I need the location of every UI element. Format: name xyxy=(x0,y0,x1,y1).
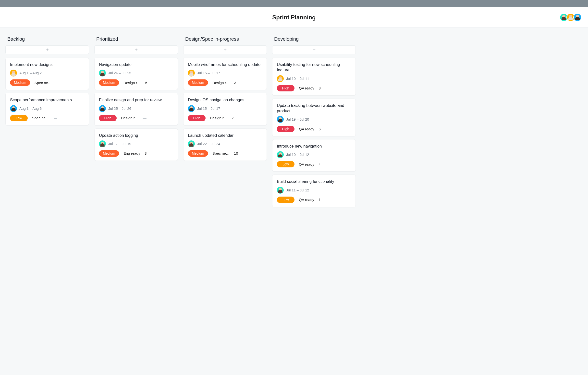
task-card[interactable]: Mobile wireframes for scheduling updateJ… xyxy=(183,58,267,90)
task-card[interactable]: Update tracking between website and prod… xyxy=(272,99,356,137)
add-card-button[interactable] xyxy=(272,45,356,54)
task-title: Introduce new navigation xyxy=(277,143,351,149)
task-card[interactable]: Implement new designsAug 1 – Aug 2Medium… xyxy=(5,58,89,90)
assignee-avatar[interactable] xyxy=(188,70,195,76)
priority-pill: Medium xyxy=(188,150,208,157)
task-title: Navigation update xyxy=(99,62,173,67)
task-title: Launch updated calendar xyxy=(188,133,262,138)
task-card[interactable]: Finalize design and prep for reviewJul 2… xyxy=(94,93,178,125)
task-meta: Jul 22 – Jul 24 xyxy=(188,140,262,147)
task-card[interactable]: Design iOS navigation changesJul 15 – Ju… xyxy=(183,93,267,125)
status-label: Design r… xyxy=(210,116,227,120)
status-label: Design r… xyxy=(123,81,141,85)
priority-pill: Low xyxy=(10,115,28,121)
status-label: QA ready xyxy=(299,86,314,90)
task-footer: LowQA ready1 xyxy=(277,197,351,203)
plus-icon xyxy=(312,48,316,52)
page-title: Sprint Planning xyxy=(272,14,316,21)
assignee-avatar[interactable] xyxy=(99,70,106,76)
task-meta: Jul 17 – Jul 19 xyxy=(99,140,173,147)
assignee-avatar[interactable] xyxy=(277,116,284,123)
column-title: Backlog xyxy=(4,36,90,42)
collaborator-avatar[interactable] xyxy=(573,13,582,22)
task-meta: Jul 10 – Jul 11 xyxy=(277,75,351,82)
task-card[interactable]: Build social sharing functionalityJul 11… xyxy=(272,175,356,207)
subtask-count: 6 xyxy=(319,127,321,131)
column-title: Prioritized xyxy=(93,36,179,42)
assignee-avatar[interactable] xyxy=(99,105,106,112)
task-dates: Aug 1 – Aug 2 xyxy=(19,71,42,75)
assignee-avatar[interactable] xyxy=(99,140,106,147)
task-footer: LowQA ready4 xyxy=(277,161,351,167)
assignee-avatar[interactable] xyxy=(277,75,284,82)
task-title: Finalize design and prep for review xyxy=(99,97,173,102)
status-label: QA ready xyxy=(299,198,314,202)
task-footer: MediumDesign r…5 xyxy=(99,79,173,86)
task-card[interactable]: Navigation updateJul 24 – Jul 25MediumDe… xyxy=(94,58,178,90)
task-footer: LowSpec ne…— xyxy=(10,115,84,121)
subtask-count: 4 xyxy=(319,162,321,166)
assignee-avatar[interactable] xyxy=(277,151,284,158)
subtask-count: 7 xyxy=(232,116,234,120)
priority-pill: Low xyxy=(277,161,294,167)
subtask-count: 5 xyxy=(145,81,147,85)
task-footer: HighDesign r…7 xyxy=(188,115,262,121)
task-dates: Jul 10 – Jul 11 xyxy=(286,77,309,81)
assignee-avatar[interactable] xyxy=(277,187,284,194)
task-footer: HighQA ready6 xyxy=(277,126,351,132)
task-meta: Jul 10 – Jul 12 xyxy=(277,151,351,158)
assignee-avatar[interactable] xyxy=(10,70,17,76)
subtask-count: 1 xyxy=(319,198,321,202)
task-meta: Jul 15 – Jul 17 xyxy=(188,70,262,76)
subtask-count: 10 xyxy=(234,151,238,155)
plus-icon xyxy=(223,48,227,52)
collaborator-avatars[interactable] xyxy=(561,13,582,22)
plus-icon xyxy=(134,48,138,52)
task-dates: Jul 25 – Jul 26 xyxy=(108,107,131,111)
priority-pill: Medium xyxy=(99,79,119,86)
column-title: Design/Spec in-progress xyxy=(182,36,268,42)
plus-icon xyxy=(45,48,49,52)
task-footer: MediumSpec ne…— xyxy=(10,79,84,86)
task-meta: Aug 1 – Aug 2 xyxy=(10,70,84,76)
priority-pill: Medium xyxy=(99,150,119,157)
status-label: QA ready xyxy=(299,127,314,131)
task-meta: Jul 25 – Jul 26 xyxy=(99,105,173,112)
subtask-count: — xyxy=(56,81,60,85)
card-list: Mobile wireframes for scheduling updateJ… xyxy=(182,58,268,161)
status-label: Eng ready xyxy=(123,151,140,155)
add-card-button[interactable] xyxy=(5,45,89,54)
task-title: Build social sharing functionality xyxy=(277,179,351,184)
card-list: Implement new designsAug 1 – Aug 2Medium… xyxy=(4,58,90,125)
task-dates: Jul 15 – Jul 17 xyxy=(197,71,220,75)
task-title: Update action logging xyxy=(99,133,173,138)
priority-pill: High xyxy=(188,115,206,121)
task-dates: Jul 15 – Jul 17 xyxy=(197,107,220,111)
subtask-count: 3 xyxy=(319,86,321,90)
task-card[interactable]: Usability testing for new scheduling fea… xyxy=(272,58,356,96)
assignee-avatar[interactable] xyxy=(188,105,195,112)
add-card-button[interactable] xyxy=(94,45,178,54)
task-meta: Jul 11 – Jul 12 xyxy=(277,187,351,194)
task-dates: Jul 11 – Jul 12 xyxy=(286,188,309,192)
task-title: Update tracking between website and prod… xyxy=(277,103,351,114)
add-card-button[interactable] xyxy=(183,45,267,54)
task-card[interactable]: Scope performance improvementsAug 1 – Au… xyxy=(5,93,89,125)
window-chrome xyxy=(0,0,588,7)
header: Sprint Planning xyxy=(0,7,588,27)
task-footer: MediumEng ready3 xyxy=(99,150,173,157)
task-card[interactable]: Launch updated calendarJul 22 – Jul 24Me… xyxy=(183,128,267,161)
task-dates: Jul 24 – Jul 25 xyxy=(108,71,131,75)
task-title: Implement new designs xyxy=(10,62,84,67)
task-card[interactable]: Introduce new navigationJul 10 – Jul 12L… xyxy=(272,139,356,172)
assignee-avatar[interactable] xyxy=(188,140,195,147)
task-card[interactable]: Update action loggingJul 17 – Jul 19Medi… xyxy=(94,128,178,161)
priority-pill: High xyxy=(99,115,117,121)
task-footer: HighQA ready3 xyxy=(277,85,351,91)
kanban-board: BacklogImplement new designsAug 1 – Aug … xyxy=(0,27,588,375)
assignee-avatar[interactable] xyxy=(10,105,17,112)
status-label: Spec ne… xyxy=(212,151,230,155)
task-footer: HighDesign r…— xyxy=(99,115,173,121)
status-label: Spec ne… xyxy=(35,81,52,85)
task-meta: Jul 19 – Jul 20 xyxy=(277,116,351,123)
